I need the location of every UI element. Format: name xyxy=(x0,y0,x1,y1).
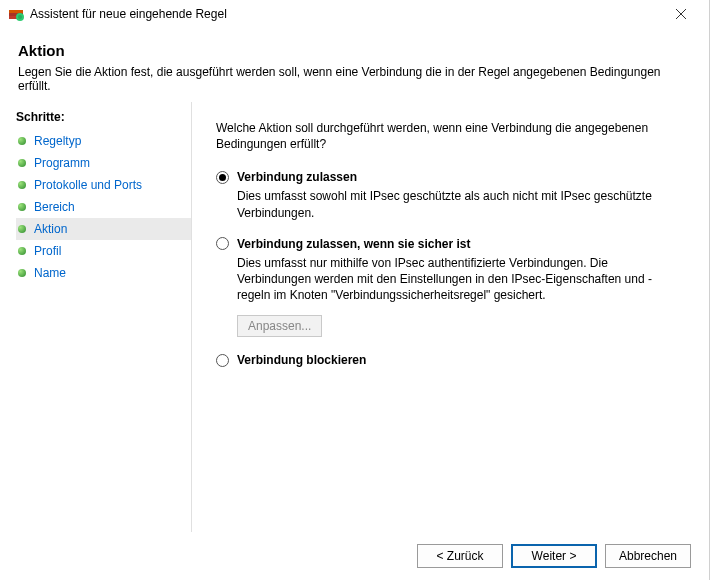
sidebar-item-profil[interactable]: Profil xyxy=(16,240,191,262)
option-title: Verbindung zulassen, wenn sie sicher ist xyxy=(237,237,470,251)
radio-block[interactable] xyxy=(216,354,229,367)
close-button[interactable] xyxy=(661,0,701,28)
sidebar-item-label: Regeltyp xyxy=(34,134,81,148)
customize-button: Anpassen... xyxy=(237,315,322,337)
sidebar-item-label: Programm xyxy=(34,156,90,170)
close-icon xyxy=(676,9,686,19)
option-block-connection: Verbindung blockieren xyxy=(216,353,685,367)
page-title: Aktion xyxy=(18,42,691,59)
option-description: Dies umfasst sowohl mit IPsec geschützte… xyxy=(237,188,667,220)
sidebar-item-label: Protokolle und Ports xyxy=(34,178,142,192)
sidebar-item-programm[interactable]: Programm xyxy=(16,152,191,174)
sidebar-item-protokolle-und-ports[interactable]: Protokolle und Ports xyxy=(16,174,191,196)
firewall-icon xyxy=(8,6,24,22)
sidebar-item-label: Name xyxy=(34,266,66,280)
sidebar-item-bereich[interactable]: Bereich xyxy=(16,196,191,218)
wizard-main: Welche Aktion soll durchgeführt werden, … xyxy=(192,102,709,543)
sidebar-item-label: Aktion xyxy=(34,222,67,236)
next-button[interactable]: Weiter > xyxy=(511,544,597,568)
bullet-icon xyxy=(18,269,26,277)
sidebar-item-name[interactable]: Name xyxy=(16,262,191,284)
sidebar-item-regeltyp[interactable]: Regeltyp xyxy=(16,130,191,152)
title-bar: Assistent für neue eingehende Regel xyxy=(0,0,709,28)
sidebar-item-aktion[interactable]: Aktion xyxy=(16,218,191,240)
action-question: Welche Aktion soll durchgeführt werden, … xyxy=(216,120,685,152)
radio-row[interactable]: Verbindung zulassen xyxy=(216,170,685,184)
steps-sidebar: Schritte: Regeltyp Programm Protokolle u… xyxy=(0,102,192,543)
radio-allow-secure[interactable] xyxy=(216,237,229,250)
radio-allow[interactable] xyxy=(216,171,229,184)
svg-point-5 xyxy=(18,15,22,19)
option-description: Dies umfasst nur mithilfe von IPsec auth… xyxy=(237,255,667,304)
option-title: Verbindung blockieren xyxy=(237,353,366,367)
window-title: Assistent für neue eingehende Regel xyxy=(30,7,661,21)
bullet-icon xyxy=(18,225,26,233)
radio-row[interactable]: Verbindung zulassen, wenn sie sicher ist xyxy=(216,237,685,251)
bullet-icon xyxy=(18,159,26,167)
svg-rect-1 xyxy=(9,10,23,13)
option-allow-connection: Verbindung zulassen Dies umfasst sowohl … xyxy=(216,170,685,220)
radio-row[interactable]: Verbindung blockieren xyxy=(216,353,685,367)
bullet-icon xyxy=(18,181,26,189)
wizard-footer: < Zurück Weiter > Abbrechen xyxy=(0,532,709,580)
page-subtitle: Legen Sie die Aktion fest, die ausgeführ… xyxy=(18,65,691,93)
cancel-button[interactable]: Abbrechen xyxy=(605,544,691,568)
steps-heading: Schritte: xyxy=(16,110,191,124)
sidebar-item-label: Bereich xyxy=(34,200,75,214)
option-title: Verbindung zulassen xyxy=(237,170,357,184)
bullet-icon xyxy=(18,203,26,211)
option-allow-if-secure: Verbindung zulassen, wenn sie sicher ist… xyxy=(216,237,685,338)
bullet-icon xyxy=(18,247,26,255)
back-button[interactable]: < Zurück xyxy=(417,544,503,568)
sidebar-item-label: Profil xyxy=(34,244,61,258)
wizard-header: Aktion Legen Sie die Aktion fest, die au… xyxy=(0,28,709,101)
bullet-icon xyxy=(18,137,26,145)
